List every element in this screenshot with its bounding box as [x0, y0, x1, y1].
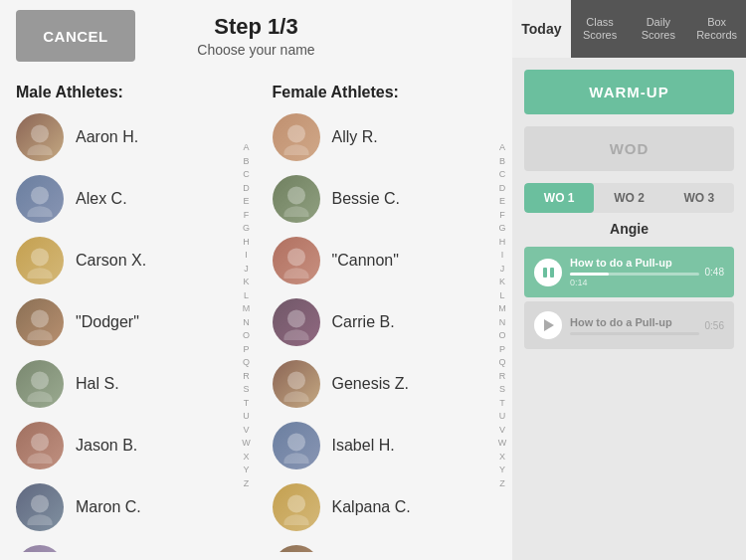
alphabet-letter[interactable]: R — [499, 370, 506, 384]
tab-box-records[interactable]: Box Records — [687, 0, 746, 58]
play-button[interactable] — [534, 311, 562, 339]
alphabet-letter[interactable]: S — [499, 383, 505, 397]
avatar — [273, 360, 320, 408]
alphabet-letter[interactable]: B — [499, 155, 505, 169]
alphabet-letter[interactable]: A — [499, 141, 505, 155]
warmup-button[interactable]: WARM-UP — [524, 70, 734, 114]
athlete-item[interactable]: "Dodger" — [16, 298, 229, 346]
alphabet-letter[interactable]: I — [245, 249, 248, 263]
alphabet-letter[interactable]: E — [243, 195, 249, 209]
athlete-item[interactable]: "Cannon" — [273, 237, 485, 284]
alphabet-letter[interactable]: U — [499, 410, 506, 424]
alphabet-letter[interactable]: V — [243, 424, 249, 438]
alphabet-letter[interactable]: N — [243, 316, 250, 330]
athlete-item[interactable]: Micheal H. — [16, 545, 229, 552]
athlete-item[interactable]: Isabel H. — [273, 422, 485, 469]
alphabet-letter[interactable]: C — [243, 168, 250, 182]
alphabet-letter[interactable]: Q — [243, 356, 250, 370]
alphabet-letter[interactable]: G — [243, 222, 250, 236]
alphabet-letter[interactable]: P — [499, 343, 505, 357]
svg-point-22 — [287, 309, 305, 327]
alphabet-letter[interactable]: F — [244, 209, 250, 223]
alphabet-letter[interactable]: M — [498, 302, 506, 316]
alphabet-letter[interactable]: O — [498, 329, 505, 343]
pause-button[interactable] — [534, 259, 562, 286]
wod-button[interactable]: WOD — [524, 126, 734, 171]
athlete-item[interactable]: Jason B. — [16, 422, 229, 469]
alphabet-letter[interactable]: K — [499, 276, 505, 289]
athlete-item[interactable]: Carson X. — [16, 237, 229, 284]
video-name: How to do a Pull-up — [570, 257, 699, 269]
alphabet-letter[interactable]: Q — [498, 356, 505, 370]
athlete-item[interactable]: Hal S. — [16, 360, 229, 408]
alphabet-letter[interactable]: J — [500, 263, 505, 277]
alphabet-letter[interactable]: X — [243, 451, 249, 465]
athlete-item[interactable]: Bessie C. — [273, 175, 485, 223]
alphabet-letter[interactable]: O — [243, 329, 250, 343]
alphabet-letter[interactable]: Y — [499, 464, 505, 477]
athlete-item[interactable]: Ally R. — [273, 113, 485, 161]
alphabet-letter[interactable]: D — [243, 182, 250, 196]
athlete-name: Carson X. — [76, 252, 146, 270]
alphabet-letter[interactable]: G — [498, 222, 505, 236]
alphabet-letter[interactable]: K — [243, 276, 249, 289]
alphabet-letter[interactable]: C — [499, 168, 506, 182]
alphabet-letter[interactable]: Z — [499, 477, 505, 491]
tab-class-scores[interactable]: Class Scores — [571, 0, 630, 58]
tab-today[interactable]: Today — [512, 0, 571, 58]
alphabet-letter[interactable]: T — [244, 397, 250, 411]
alphabet-letter[interactable]: A — [243, 141, 249, 155]
avatar — [16, 113, 64, 161]
alphabet-letter[interactable]: T — [499, 397, 505, 411]
wo-tab-wo-2[interactable]: WO 2 — [594, 183, 663, 213]
svg-point-7 — [27, 329, 52, 340]
athlete-name: Isabel H. — [332, 437, 395, 455]
alphabet-letter[interactable]: H — [243, 236, 250, 250]
wo-tab-wo-1[interactable]: WO 1 — [524, 183, 594, 213]
athlete-item[interactable]: Alex C. — [16, 175, 229, 223]
alphabet-letter[interactable]: W — [242, 437, 251, 451]
athlete-item[interactable]: Maron C. — [16, 483, 229, 531]
svg-point-27 — [283, 453, 308, 464]
athlete-item[interactable]: Aaron H. — [16, 113, 229, 161]
cancel-button[interactable]: CANCEL — [16, 10, 135, 62]
alphabet-letter[interactable]: L — [244, 289, 249, 303]
athlete-item[interactable]: Genesis Z. — [273, 360, 485, 408]
alphabet-letter[interactable]: F — [499, 209, 505, 223]
alphabet-letter[interactable]: N — [499, 316, 506, 330]
wo-tab-wo-3[interactable]: WO 3 — [664, 183, 734, 213]
alphabet-letter[interactable]: I — [501, 249, 504, 263]
alphabet-letter[interactable]: W — [498, 437, 507, 451]
alphabet-letter[interactable]: Y — [243, 464, 249, 477]
avatar — [273, 175, 320, 223]
alphabet-bar-left[interactable]: ABCDEFGHIJKLMNOPQRSTUVWXYZ — [237, 80, 257, 552]
progress-fill — [570, 273, 609, 276]
alphabet-letter[interactable]: M — [243, 302, 251, 316]
athlete-item[interactable]: Kalpana C. — [273, 483, 485, 531]
alphabet-letter[interactable]: P — [243, 343, 249, 357]
alphabet-letter[interactable]: L — [499, 289, 504, 303]
athlete-name: "Cannon" — [332, 252, 399, 270]
alphabet-letter[interactable]: U — [243, 410, 250, 424]
alphabet-letter[interactable]: D — [499, 182, 506, 196]
athlete-item[interactable]: Monica J. — [273, 545, 485, 552]
alphabet-letter[interactable]: V — [499, 424, 505, 438]
svg-point-19 — [283, 206, 308, 217]
tab-daily-scores[interactable]: Daily Scores — [630, 0, 688, 58]
alphabet-letter[interactable]: X — [499, 451, 505, 465]
male-athletes-header: Male Athletes: — [16, 84, 229, 101]
athlete-item[interactable]: Carrie B. — [273, 298, 485, 346]
svg-point-29 — [283, 514, 308, 525]
svg-point-13 — [27, 514, 52, 525]
avatar — [273, 422, 320, 469]
alphabet-letter[interactable]: Z — [244, 477, 250, 491]
alphabet-letter[interactable]: B — [243, 155, 249, 169]
alphabet-letter[interactable]: R — [243, 370, 250, 384]
alphabet-letter[interactable]: S — [243, 383, 249, 397]
alphabet-letter[interactable]: H — [499, 236, 506, 250]
alphabet-letter[interactable]: J — [244, 263, 249, 277]
alphabet-letter[interactable]: E — [499, 195, 505, 209]
alphabet-bar-right[interactable]: ABCDEFGHIJKLMNOPQRSTUVWXYZ — [492, 80, 512, 552]
time-played: 0:14 — [570, 278, 699, 287]
svg-point-0 — [31, 124, 49, 142]
